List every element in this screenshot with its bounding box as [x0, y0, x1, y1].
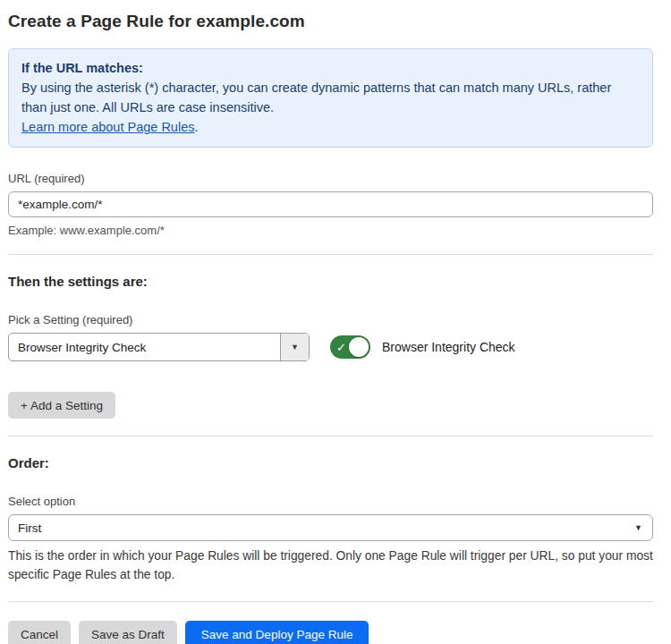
order-select-label: Select option — [8, 495, 653, 508]
link-suffix: . — [194, 120, 198, 134]
order-section-heading: Order: — [8, 455, 653, 470]
divider — [8, 254, 653, 255]
add-setting-button[interactable]: + Add a Setting — [8, 392, 115, 419]
url-match-info-box: If the URL matches: By using the asteris… — [8, 48, 653, 148]
order-dropdown[interactable]: First ▼ — [8, 514, 653, 541]
cancel-button[interactable]: Cancel — [8, 621, 71, 644]
setting-dropdown-caret-segment[interactable]: ▼ — [280, 334, 309, 360]
order-helper-text: This is the order in which your Page Rul… — [8, 547, 653, 584]
chevron-down-icon: ▼ — [634, 523, 642, 532]
toggle-check-icon: ✓ — [336, 342, 346, 353]
info-box-heading: If the URL matches: — [21, 58, 640, 78]
divider — [8, 601, 653, 602]
settings-section-heading: Then the settings are: — [8, 274, 653, 289]
divider — [8, 436, 653, 436]
setting-row: Browser Integrity Check ▼ ✓ Browser Inte… — [8, 333, 653, 361]
learn-more-link[interactable]: Learn more about Page Rules — [21, 120, 194, 134]
toggle-group: ✓ Browser Integrity Check — [330, 335, 515, 359]
toggle-knob — [349, 337, 369, 357]
url-field-label: URL (required) — [8, 172, 653, 185]
setting-dropdown[interactable]: Browser Integrity Check ▼ — [8, 333, 310, 361]
pick-setting-label: Pick a Setting (required) — [8, 313, 653, 326]
setting-dropdown-value: Browser Integrity Check — [9, 334, 280, 360]
url-helper-text: Example: www.example.com/* — [8, 224, 653, 237]
browser-integrity-toggle[interactable]: ✓ — [330, 335, 370, 359]
chevron-down-icon: ▼ — [291, 343, 299, 352]
info-box-body: By using the asterisk (*) character, you… — [21, 78, 640, 117]
page-rule-form: Create a Page Rule for example.com If th… — [8, 0, 653, 644]
toggle-label: Browser Integrity Check — [382, 340, 515, 354]
footer-actions: Cancel Save as Draft Save and Deploy Pag… — [8, 621, 653, 644]
order-dropdown-value: First — [18, 521, 41, 535]
save-as-draft-button[interactable]: Save as Draft — [79, 621, 177, 644]
save-and-deploy-button[interactable]: Save and Deploy Page Rule — [185, 621, 369, 644]
info-box-link-line: Learn more about Page Rules. — [21, 117, 640, 137]
page-title: Create a Page Rule for example.com — [8, 0, 653, 48]
url-input[interactable] — [8, 191, 653, 217]
